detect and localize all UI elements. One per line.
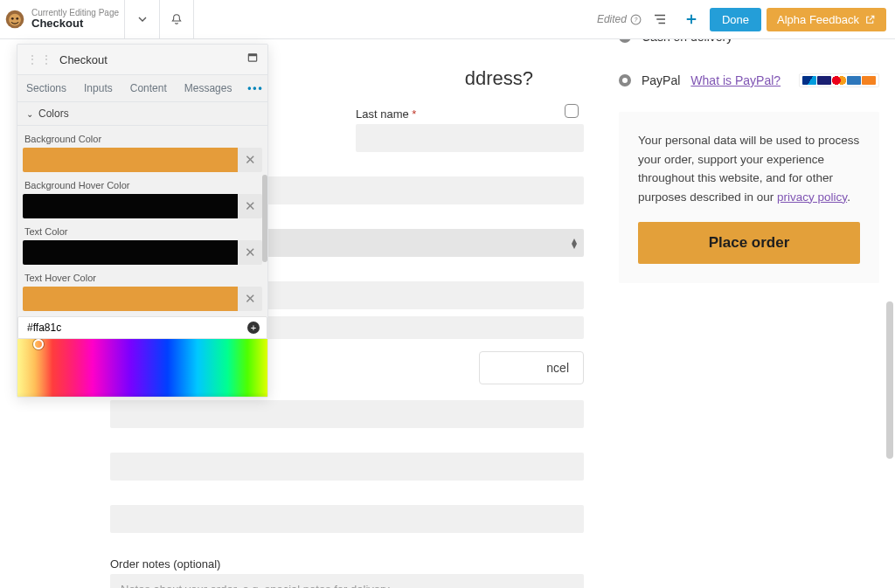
bg-hover-color-clear[interactable]: ✕ [238, 194, 262, 218]
payment-cod-label: Cash on delivery [642, 39, 732, 44]
panel-title: Checkout [59, 53, 108, 66]
picker-marker[interactable] [33, 339, 44, 349]
panel-dock-icon[interactable] [246, 52, 259, 67]
settings-panel: ⋮⋮ Checkout Sections Inputs Content Mess… [17, 44, 268, 398]
payment-cod-row[interactable]: Cash on delivery [619, 39, 879, 51]
feedback-button[interactable]: Alpha Feedback [767, 8, 886, 31]
hex-input-row: + [17, 316, 267, 339]
done-button[interactable]: Done [710, 8, 761, 31]
payment-paypal-label: PayPal [642, 73, 680, 87]
city-input[interactable] [110, 400, 584, 428]
tab-sections[interactable]: Sections [17, 75, 75, 101]
app-logo [0, 0, 30, 38]
text-hover-color-label: Text Hover Color [23, 270, 262, 287]
drag-handle-icon[interactable]: ⋮⋮ [26, 52, 54, 66]
panel-header[interactable]: ⋮⋮ Checkout [17, 45, 267, 75]
section-colors-header[interactable]: ⌄ Colors [17, 102, 267, 126]
card-icons [799, 73, 879, 87]
text-color-swatch[interactable] [23, 240, 238, 265]
svg-point-3 [16, 17, 18, 20]
order-notes-label: Order notes (optional) [110, 557, 584, 571]
svg-point-2 [11, 17, 14, 20]
text-color-label: Text Color [23, 224, 262, 240]
select-arrows-icon: ▴▾ [572, 238, 577, 248]
text-hover-color-clear[interactable]: ✕ [238, 287, 262, 311]
zip-input[interactable] [110, 505, 584, 533]
panel-tabs: Sections Inputs Content Messages ••• [17, 75, 267, 102]
bg-hover-color-label: Background Hover Color [23, 177, 262, 194]
discover-icon [862, 76, 876, 85]
tab-inputs[interactable]: Inputs [75, 75, 121, 101]
color-picker-canvas[interactable] [17, 339, 267, 397]
svg-rect-7 [248, 54, 256, 56]
tab-more[interactable]: ••• [240, 75, 270, 101]
paypal-icon [802, 76, 816, 85]
page-switcher-button[interactable] [124, 0, 159, 38]
payment-paypal-row[interactable]: PayPal What is PayPal? [619, 70, 879, 94]
topbar: Currently Editing Page Checkout Edited ?… [0, 0, 895, 39]
what-is-paypal-link[interactable]: What is PayPal? [690, 73, 781, 87]
diff-address-checkbox[interactable] [565, 104, 579, 118]
edited-status: Edited ? [597, 13, 642, 25]
outline-button[interactable] [647, 6, 673, 32]
text-hover-color-swatch[interactable] [23, 287, 238, 311]
tab-content[interactable]: Content [121, 75, 176, 101]
add-preset-button[interactable]: + [247, 322, 260, 334]
privacy-box: Your personal data will be used to proce… [619, 112, 879, 283]
page-scrollbar[interactable] [886, 301, 893, 459]
external-link-icon [864, 14, 876, 25]
page-title-block: Currently Editing Page Checkout [30, 0, 124, 38]
svg-text:?: ? [635, 17, 638, 23]
cancel-button[interactable]: ncel [479, 351, 584, 384]
privacy-text: Your personal data will be used to proce… [638, 131, 860, 206]
visa-icon [817, 76, 831, 85]
last-name-label: Last name * [356, 107, 584, 121]
notifications-button[interactable] [159, 0, 194, 38]
mastercard-icon [832, 76, 846, 85]
bg-hover-color-swatch[interactable] [23, 194, 238, 218]
place-order-button[interactable]: Place order [638, 222, 860, 264]
tab-messages[interactable]: Messages [176, 75, 241, 101]
state-input[interactable] [110, 453, 584, 481]
page-title: Checkout [31, 17, 119, 30]
order-notes-textarea[interactable]: Notes about your order, e.g. special not… [110, 574, 584, 588]
text-color-clear[interactable]: ✕ [238, 240, 262, 265]
help-icon[interactable]: ? [630, 14, 642, 25]
hex-input[interactable] [25, 321, 247, 335]
chevron-down-icon: ⌄ [26, 109, 33, 119]
amex-icon [847, 76, 861, 85]
bg-color-swatch[interactable] [23, 148, 238, 172]
last-name-input[interactable] [356, 124, 584, 152]
radio-icon [619, 39, 631, 43]
bg-color-label: Background Color [23, 131, 262, 148]
privacy-policy-link[interactable]: privacy policy [777, 190, 847, 204]
add-button[interactable] [678, 6, 704, 32]
radio-icon [619, 74, 631, 86]
bg-color-clear[interactable]: ✕ [238, 148, 262, 172]
